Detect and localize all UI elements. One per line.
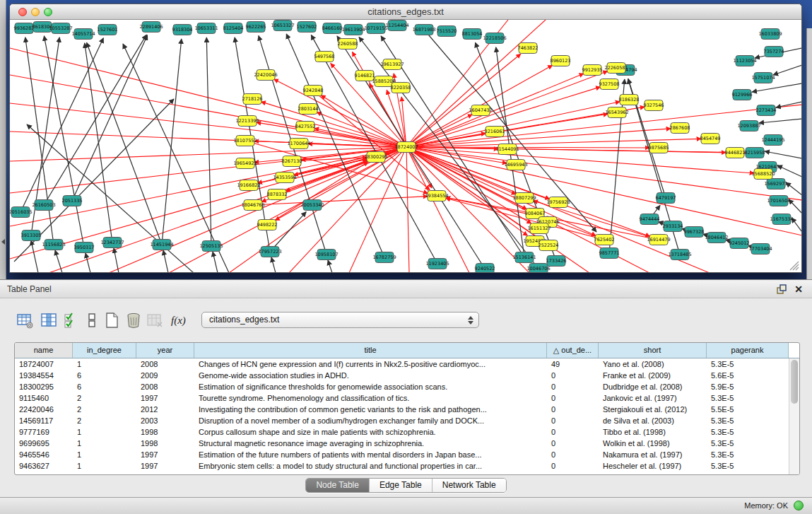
network-node[interactable]: 10719155 — [364, 23, 387, 34]
delete-column-icon[interactable] — [124, 311, 143, 329]
network-node[interactable]: 8215958 — [745, 148, 765, 158]
table-row[interactable]: 946554611997Estimation of the future num… — [15, 449, 799, 460]
network-node[interactable]: 7515520 — [437, 26, 457, 37]
network-node[interactable]: 15751074 — [751, 73, 775, 83]
scrollbar-thumb[interactable] — [791, 360, 798, 404]
vertical-scrollbar[interactable] — [789, 358, 799, 474]
network-node[interactable]: 9622265 — [246, 22, 266, 33]
network-node[interactable]: 15692971 — [764, 179, 787, 189]
network-node[interactable]: 16871988 — [412, 25, 435, 35]
column-header-in_degree[interactable]: in_degree — [73, 343, 136, 358]
network-node[interactable]: 8186328 — [619, 95, 640, 105]
close-panel-icon[interactable]: ✕ — [792, 283, 805, 296]
network-node[interactable]: 3950317 — [74, 243, 95, 253]
network-node[interactable]: 8454749 — [700, 134, 721, 144]
network-node[interactable]: 16151327 — [527, 223, 551, 234]
network-node[interactable]: 16047437 — [469, 105, 492, 116]
network-node[interactable]: 8813054 — [462, 29, 483, 40]
network-node[interactable]: 9936282 — [14, 23, 35, 34]
network-node[interactable]: 18046412 — [705, 233, 728, 243]
network-node[interactable]: 2718126 — [242, 94, 263, 105]
network-canvas[interactable]: 9936282861830410553287140557141527601228… — [10, 20, 801, 272]
network-node[interactable]: 22420046 — [254, 70, 277, 81]
column-header-pagerank[interactable]: pagerank — [707, 343, 789, 358]
network-node[interactable]: 6479197 — [656, 193, 676, 204]
row-height-icon[interactable] — [83, 311, 101, 329]
table-row[interactable]: 1938455462009Genome-wide association stu… — [15, 370, 799, 381]
network-node[interactable]: 17016504 — [767, 196, 790, 206]
table-row[interactable]: 946362711997Embryonic stem cells: a mode… — [15, 460, 799, 472]
network-node[interactable]: 1733426 — [546, 256, 567, 267]
network-node[interactable]: 10653311 — [194, 23, 218, 34]
network-node[interactable]: 15688520 — [751, 169, 775, 180]
network-node[interactable]: 16543962 — [605, 107, 628, 118]
network-node[interactable]: 9912935 — [582, 65, 603, 76]
network-node[interactable]: 8125404 — [223, 23, 244, 34]
table-row[interactable]: 911546021997Tourette syndrome. Phenomeno… — [15, 392, 799, 404]
network-node[interactable]: 11156823 — [42, 240, 65, 250]
network-node[interactable]: 19654923 — [233, 158, 257, 169]
network-node[interactable]: 22891406 — [139, 22, 163, 33]
tab-node-table[interactable]: Node Table — [306, 479, 370, 492]
network-node[interactable]: 20053340 — [300, 200, 324, 211]
network-node[interactable]: 12505135 — [199, 241, 223, 252]
network-node[interactable]: 19613904 — [341, 25, 365, 35]
column-header-short[interactable]: short — [599, 343, 707, 358]
network-node[interactable]: 9327546 — [644, 100, 664, 111]
tab-network-table[interactable]: Network Table — [433, 479, 506, 492]
network-view-window[interactable]: citations_edges.txt 99362828618304105532… — [9, 4, 802, 273]
collapsed-control-panel-strip[interactable] — [0, 0, 6, 279]
network-node[interactable]: 7357274 — [764, 47, 784, 57]
network-node[interactable]: 14353594 — [273, 173, 296, 183]
network-window-titlebar[interactable]: citations_edges.txt — [10, 4, 801, 20]
network-node[interactable]: 19384554 — [425, 191, 448, 201]
network-node[interactable]: 9318304 — [172, 25, 193, 35]
network-node[interactable]: 7625402 — [594, 235, 615, 245]
network-node[interactable]: 11544091 — [495, 144, 519, 155]
network-node[interactable]: 1527601 — [98, 25, 118, 35]
show-columns-icon[interactable] — [40, 311, 58, 329]
network-node[interactable]: 19756928 — [546, 197, 570, 208]
network-node[interactable]: 13718485 — [668, 250, 691, 260]
network-node[interactable]: 14055714 — [71, 29, 95, 40]
network-node[interactable]: 10653327 — [271, 21, 294, 31]
tab-edge-table[interactable]: Edge Table — [370, 479, 433, 492]
network-node[interactable]: 5497568 — [314, 52, 335, 62]
network-node[interactable]: 10046706 — [526, 264, 550, 273]
network-node[interactable]: 16914479 — [647, 235, 670, 245]
function-builder-icon[interactable]: f(x) — [171, 311, 189, 329]
network-node[interactable]: 12342737 — [100, 238, 124, 248]
network-node[interactable]: 12444195 — [761, 135, 784, 146]
network-node[interactable]: 10958107 — [314, 250, 338, 260]
table-selector-dropdown[interactable]: citations_edges.txt — [201, 312, 479, 328]
network-node[interactable]: 2933134 — [663, 221, 683, 232]
network-node[interactable]: 9242848 — [303, 86, 324, 96]
network-node[interactable]: 14695943 — [504, 160, 527, 170]
table-row[interactable]: 969969511998Structural magnetic resonanc… — [15, 438, 799, 449]
network-node[interactable]: 9129966 — [732, 90, 753, 100]
network-node[interactable]: 8427552 — [295, 122, 316, 132]
create-column-icon[interactable] — [102, 311, 121, 329]
network-node[interactable]: 9474444 — [640, 214, 660, 225]
network-node[interactable]: 9240522 — [475, 264, 495, 273]
table-row[interactable]: 977716911998Corpus callosum shape and si… — [15, 426, 799, 438]
network-node[interactable]: 18046766 — [241, 200, 264, 211]
network-node[interactable]: 2260588 — [338, 39, 358, 49]
collapsed-results-panel-strip[interactable] — [806, 28, 812, 279]
network-node[interactable]: 22260581 — [604, 63, 628, 74]
network-node[interactable]: 12218506 — [483, 33, 506, 44]
network-node[interactable]: 7463822 — [518, 43, 539, 54]
network-node[interactable]: 16782759 — [372, 252, 396, 263]
table-row[interactable]: 1872400712008Changes of HCN gene express… — [15, 358, 799, 370]
network-node[interactable]: 18300295 — [364, 152, 387, 163]
network-node[interactable]: 11451944 — [150, 240, 173, 250]
memory-ok-indicator[interactable] — [794, 501, 804, 510]
network-node[interactable]: 11700644 — [287, 139, 310, 149]
table-row[interactable]: 2242004622012Investigating the contribut… — [15, 404, 799, 415]
column-header-year[interactable]: year — [136, 343, 194, 358]
network-node[interactable]: 9967328 — [684, 227, 705, 238]
network-node[interactable]: 9857771 — [599, 248, 620, 259]
network-node[interactable]: 8220358 — [391, 83, 411, 93]
network-node[interactable]: 20516035 — [10, 207, 33, 218]
float-panel-icon[interactable] — [775, 283, 788, 296]
